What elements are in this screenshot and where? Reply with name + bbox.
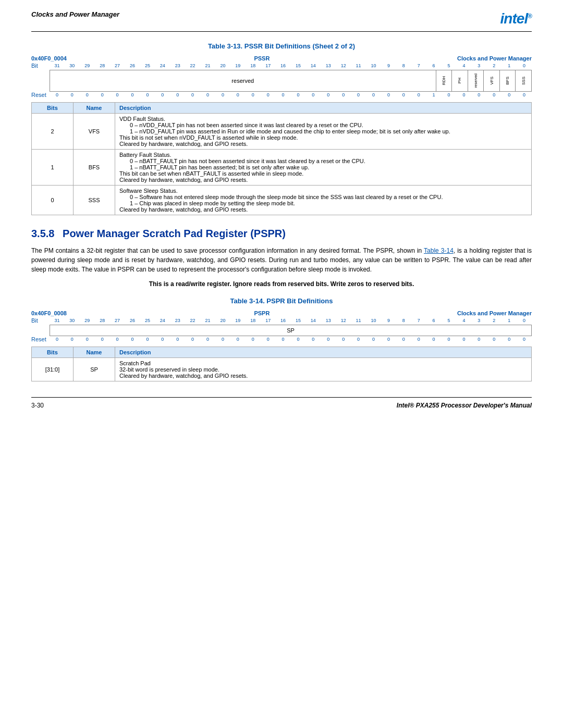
table-row: 2 VFS VDD Fault Status. 0 – nVDD_FAULT p… bbox=[32, 114, 532, 150]
table13-reset-values: 0 0 0 0 0 0 0 0 0 0 0 0 0 0 0 0 0 0 0 0 … bbox=[50, 92, 532, 97]
ph-label: PH bbox=[457, 78, 462, 83]
table13-bit-def: Bits Name Description 2 VFS VDD Fault St… bbox=[31, 102, 532, 215]
col-bits-14: Bits bbox=[32, 347, 74, 358]
table14-bit-def: Bits Name Description [31:0] SP Scratch … bbox=[31, 347, 532, 381]
col-desc-14: Description bbox=[115, 347, 532, 358]
page-footer: 3-30 Intel® PXA255 Processor Developer's… bbox=[31, 397, 532, 409]
bits-desc: Software Sleep Status. 0 – Software has … bbox=[115, 186, 532, 215]
vfs-label: VFS bbox=[489, 77, 494, 85]
col-name: Name bbox=[74, 103, 115, 114]
table13-reset-row: Reset 0 0 0 0 0 0 0 0 0 0 0 0 0 0 0 0 0 … bbox=[31, 92, 532, 98]
col-name-14: Name bbox=[74, 347, 115, 358]
table-row: 1 BFS Battery Fault Status. 0 – nBATT_FA… bbox=[32, 150, 532, 186]
table13-regname: PSSR bbox=[254, 55, 270, 61]
reserved-cell: reserved bbox=[50, 70, 436, 91]
table14-reg-wrapper: 0x40F0_0008 PSPR Clocks and Power Manage… bbox=[31, 310, 532, 342]
sss-cell: SSS bbox=[516, 70, 531, 91]
table13-reset-label: Reset bbox=[31, 92, 50, 98]
rdh-label: RDH bbox=[442, 76, 446, 85]
table14-title: Table 3-14. PSPR Bit Definitions bbox=[31, 297, 532, 305]
table13-addr: 0x40F0_0004 bbox=[31, 55, 67, 61]
col-desc: Description bbox=[115, 103, 532, 114]
table13-bit-label: Bit bbox=[31, 63, 50, 69]
table13-reg-wrapper: 0x40F0_0004 PSSR Clocks and Power Manage… bbox=[31, 55, 532, 98]
table-row: [31:0] SP Scratch Pad 32-bit word is pre… bbox=[32, 358, 532, 381]
section-358-body: The PM contains a 32-bit register that c… bbox=[31, 246, 532, 274]
intel-reg: ® bbox=[528, 13, 532, 20]
bits-name: SSS bbox=[74, 186, 115, 215]
col-bits: Bits bbox=[32, 103, 74, 114]
intel-logo-text: intel bbox=[500, 10, 528, 27]
table14-reset-values: 0 0 0 0 0 0 0 0 0 0 0 0 0 0 0 0 0 0 0 0 … bbox=[50, 337, 532, 342]
ph-cell: PH bbox=[452, 70, 468, 91]
rdh-cell: RDH bbox=[436, 70, 452, 91]
header-title: Clocks and Power Manager bbox=[31, 10, 119, 18]
reserved2-label: reserved bbox=[474, 73, 478, 88]
bits-value: 1 bbox=[32, 150, 74, 186]
bits-name: VFS bbox=[74, 114, 115, 150]
table14-link[interactable]: Table 3-14 bbox=[424, 247, 454, 254]
table13-bit-numbers: 31 30 29 28 27 26 25 24 23 22 21 20 19 1… bbox=[50, 63, 532, 68]
table14-reset-label: Reset bbox=[31, 336, 50, 342]
table14-addr: 0x40F0_0008 bbox=[31, 310, 67, 316]
vfs-cell: VFS bbox=[484, 70, 500, 91]
section-num: 3.5.8 bbox=[31, 228, 54, 239]
table14-section: Clocks and Power Manager bbox=[457, 310, 532, 316]
intel-logo: intel® bbox=[500, 10, 532, 27]
table13-reg-content: reserved RDH PH reserved VFS BFS SSS bbox=[50, 70, 532, 92]
sss-label: SSS bbox=[521, 77, 526, 85]
bfs-label: BFS bbox=[505, 77, 510, 85]
section-358-heading: 3.5.8 Power Manager Scratch Pad Register… bbox=[31, 228, 532, 240]
table14-bit-numbers: 31 30 29 28 27 26 25 24 23 22 21 20 19 1… bbox=[50, 318, 532, 323]
table13-section: Clocks and Power Manager bbox=[457, 55, 532, 61]
bits-name: BFS bbox=[74, 150, 115, 186]
bits-name-14: SP bbox=[74, 358, 115, 381]
table14-reset-row: Reset 0 0 0 0 0 0 0 0 0 0 0 0 0 0 0 0 0 … bbox=[31, 336, 532, 342]
bits-desc-14: Scratch Pad 32-bit word is preserved in … bbox=[115, 358, 532, 381]
table14-bit-label: Bit bbox=[31, 317, 50, 324]
sp-cell: SP bbox=[50, 325, 531, 336]
footer-title: Intel® PXA255 Processor Developer's Manu… bbox=[397, 402, 532, 409]
bits-desc: VDD Fault Status. 0 – nVDD_FAULT pin has… bbox=[115, 114, 532, 150]
table-row: 0 SSS Software Sleep Status. 0 – Softwar… bbox=[32, 186, 532, 215]
bits-desc: Battery Fault Status. 0 – nBATT_FAULT pi… bbox=[115, 150, 532, 186]
table14-reg-content: SP bbox=[50, 325, 532, 336]
page-header: Clocks and Power Manager intel® bbox=[31, 10, 532, 32]
bits-value-14: [31:0] bbox=[32, 358, 74, 381]
table14-regname: PSPR bbox=[254, 310, 270, 316]
footer-page: 3-30 bbox=[31, 402, 44, 409]
table13-reg-header: 0x40F0_0004 PSSR Clocks and Power Manage… bbox=[31, 55, 532, 61]
table13-bit-row: Bit 31 30 29 28 27 26 25 24 23 22 21 20 … bbox=[31, 63, 532, 69]
section-title: Power Manager Scratch Pad Register (PSPR… bbox=[63, 228, 286, 239]
bold-note: This is a read/write register. Ignore re… bbox=[31, 280, 532, 288]
bits-value: 0 bbox=[32, 186, 74, 215]
table13-title: Table 3-13. PSSR Bit Definitions (Sheet … bbox=[31, 42, 532, 50]
reserved2-cell: reserved bbox=[468, 70, 484, 91]
bits-value: 2 bbox=[32, 114, 74, 150]
table14-bit-row: Bit 31 30 29 28 27 26 25 24 23 22 21 20 … bbox=[31, 317, 532, 324]
bfs-cell: BFS bbox=[500, 70, 516, 91]
table14-reg-header: 0x40F0_0008 PSPR Clocks and Power Manage… bbox=[31, 310, 532, 316]
